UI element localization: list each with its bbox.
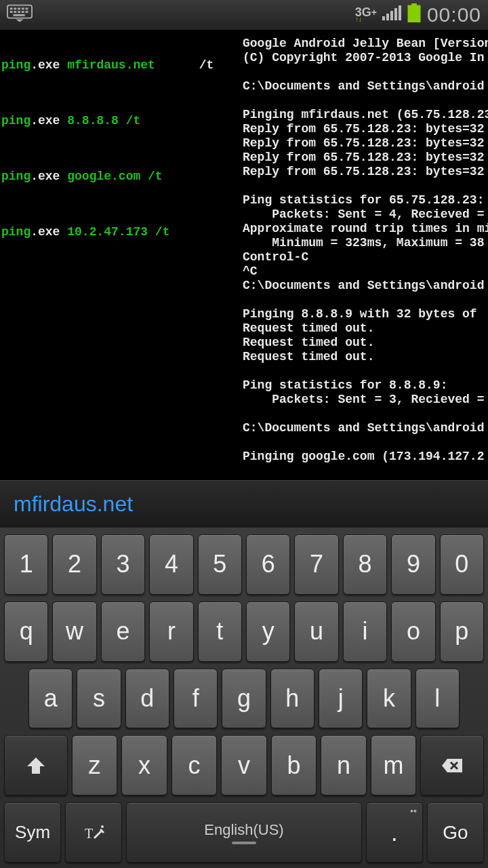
terminal-output[interactable]: ping.exe mfirdaus.net /tping.exe 8.8.8.8… [0, 30, 488, 480]
command-history-line: ping.exe 8.8.8.8 /t [1, 114, 214, 127]
ime-suggestion[interactable]: mfirdaus.net [14, 492, 133, 517]
key-x[interactable]: x [121, 735, 167, 795]
svg-rect-18 [408, 5, 420, 22]
key-c[interactable]: c [171, 735, 218, 795]
key-e[interactable]: e [101, 601, 145, 662]
key-w[interactable]: w [52, 601, 96, 662]
key-i[interactable]: i [343, 601, 387, 662]
svg-text:T: T [85, 826, 93, 841]
svg-rect-13 [386, 14, 389, 20]
svg-rect-10 [26, 11, 28, 13]
key-o[interactable]: o [391, 601, 435, 662]
key-sym[interactable]: Sym [4, 802, 61, 863]
key-7[interactable]: 7 [294, 534, 338, 595]
clock: 00:00 [427, 3, 481, 26]
svg-rect-6 [10, 11, 13, 13]
battery-icon [407, 3, 422, 26]
key-z[interactable]: z [72, 735, 118, 795]
key-v[interactable]: v [221, 735, 267, 795]
key-d[interactable]: d [125, 669, 169, 729]
command-history-line: ping.exe google.com /t [1, 170, 214, 183]
key-8[interactable]: 8 [343, 534, 387, 595]
svg-point-20 [101, 825, 104, 828]
keyboard-indicator-icon [7, 4, 33, 26]
key-shift[interactable] [4, 735, 68, 795]
key-space-label: English(US) [204, 821, 283, 839]
key-l[interactable]: l [415, 669, 460, 729]
svg-rect-15 [394, 8, 397, 20]
key-g[interactable]: g [222, 669, 266, 729]
network-type: 3G+↑↓ [355, 7, 377, 22]
key-u[interactable]: u [294, 601, 338, 662]
svg-rect-3 [18, 7, 20, 9]
svg-rect-1 [10, 7, 13, 9]
svg-rect-9 [22, 11, 24, 13]
key-s[interactable]: s [77, 669, 121, 729]
signal-icon [382, 5, 401, 24]
key-k[interactable]: k [367, 669, 411, 729]
key-input-method[interactable]: T [65, 802, 122, 863]
command-history-line: ping.exe mfirdaus.net /t [1, 58, 214, 72]
key-t[interactable]: t [198, 601, 242, 662]
svg-rect-12 [382, 16, 385, 20]
command-history-line: ping.exe 10.2.47.173 /t [1, 225, 214, 239]
status-bar: 3G+↑↓ 00:00 [0, 0, 488, 30]
key-go[interactable]: Go [427, 802, 484, 863]
key-5[interactable]: 5 [198, 534, 242, 595]
key-m[interactable]: m [371, 735, 417, 795]
key-0[interactable]: 0 [440, 534, 484, 595]
svg-rect-8 [18, 11, 20, 13]
terminal-output-pane: Google Android Jelly Bean [Version (C) C… [243, 37, 488, 464]
svg-rect-5 [26, 7, 28, 9]
key-4[interactable]: 4 [149, 534, 193, 595]
svg-rect-4 [22, 7, 24, 9]
key-backspace[interactable] [420, 735, 484, 795]
svg-rect-2 [14, 7, 16, 9]
key-p[interactable]: p [440, 601, 484, 662]
key-q[interactable]: q [4, 601, 48, 662]
key-3[interactable]: 3 [101, 534, 145, 595]
key-h[interactable]: h [270, 669, 314, 729]
ime-suggestion-bar[interactable]: mfirdaus.net [0, 480, 488, 528]
key-y[interactable]: y [246, 601, 290, 662]
key-9[interactable]: 9 [391, 534, 435, 595]
key-r[interactable]: r [149, 601, 193, 662]
key-n[interactable]: n [321, 735, 367, 795]
svg-rect-14 [390, 11, 393, 20]
key-j[interactable]: j [319, 669, 363, 729]
key-1[interactable]: 1 [4, 534, 48, 595]
key-space[interactable]: English(US) [126, 802, 361, 863]
soft-keyboard: 1234567890 qwertyuiop asdfghjkl zxcvbnm … [0, 528, 488, 868]
svg-rect-7 [14, 11, 16, 13]
key-period[interactable]: . •• [366, 802, 423, 863]
key-f[interactable]: f [174, 669, 218, 729]
svg-rect-11 [14, 14, 25, 16]
svg-rect-16 [399, 5, 401, 20]
key-2[interactable]: 2 [52, 534, 96, 595]
key-b[interactable]: b [271, 735, 317, 795]
key-a[interactable]: a [28, 669, 73, 729]
key-6[interactable]: 6 [246, 534, 290, 595]
